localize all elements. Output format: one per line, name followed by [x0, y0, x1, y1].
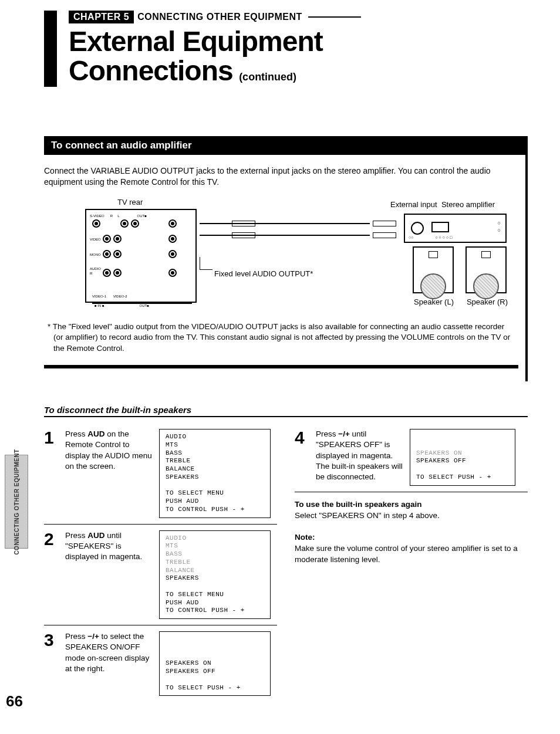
step-2: 2 Press AUD until "SPEAKERS" is displaye… — [44, 525, 277, 626]
osd-display: SPEAKERS ON SPEAKERS OFF TO SELECT PUSH … — [410, 429, 515, 486]
intro-text: Connect the VARIABLE AUDIO OUTPUT jacks … — [44, 165, 518, 188]
tv-rear-panel: S-VIDEO R L OUT■ VIDEO MONO AUDIOR VIDEO… — [85, 209, 197, 303]
section-body: Connect the VARIABLE AUDIO OUTPUT jacks … — [44, 155, 528, 381]
again-heading: To use the built-in speakers again — [295, 499, 528, 510]
osd-display: SPEAKERS ON SPEAKERS OFF TO SELECT PUSH … — [159, 631, 271, 696]
cable-plug — [373, 232, 396, 238]
subheading: To disconnect the built-in speakers — [44, 405, 528, 417]
fixed-output-label: Fixed level AUDIO OUTPUT* — [214, 269, 313, 279]
stereo-amplifier: ○○ ○○ ○ ○ ○ ○ □ — [404, 214, 507, 243]
speaker-r-label: Speaker (R) — [467, 297, 508, 307]
step-number: 4 — [295, 429, 310, 486]
connection-diagram: TV rear S-VIDEO R L OUT■ VIDEO MONO AUDI… — [85, 198, 518, 316]
speaker-l-label: Speaker (L) — [414, 297, 454, 307]
step-text: Press AUD on the Remote Control to displ… — [65, 429, 153, 518]
note-heading: Note: — [295, 532, 528, 543]
osd-display: AUDIO MTS BASS TREBLE BALANCE SPEAKERS T… — [159, 429, 271, 518]
steps-left-column: 1 Press AUD on the Remote Control to dis… — [44, 423, 277, 702]
divider — [44, 365, 518, 368]
page-number: 66 — [6, 692, 23, 711]
section-heading: To connect an audio amplifier — [44, 136, 528, 155]
external-input-label: External input — [390, 201, 437, 209]
step-1: 1 Press AUD on the Remote Control to dis… — [44, 423, 277, 525]
step-3: 3 Press −/+ to select the SPEAKERS ON/OF… — [44, 625, 277, 702]
title-bar — [44, 11, 57, 87]
again-text: Select "SPEAKERS ON" in step 4 above. — [295, 510, 528, 522]
cable — [200, 235, 370, 236]
title-line-2: Connections — [69, 55, 233, 86]
chapter-rule — [308, 16, 361, 18]
leader-line — [200, 257, 212, 270]
step-text: Press AUD until "SPEAKERS" is displayed … — [65, 530, 153, 620]
step-number: 2 — [44, 530, 59, 620]
note-text: Make sure the volume control of your ste… — [295, 543, 528, 566]
extra-instructions: To use the built-in speakers again Selec… — [295, 492, 528, 573]
continued: (continued) — [239, 71, 296, 83]
steps-right-column: 4 Press −/+ until "SPEAKERS OFF" is disp… — [295, 423, 528, 702]
cable — [200, 223, 370, 224]
step-text: Press −/+ to select the SPEAKERS ON/OFF … — [65, 631, 153, 696]
title-line-1: External Equipment — [69, 27, 528, 56]
step-4: 4 Press −/+ until "SPEAKERS OFF" is disp… — [295, 423, 528, 492]
title-block: CHAPTER 5 CONNECTING OTHER EQUIPMENT Ext… — [44, 11, 528, 86]
chapter-tag: CHAPTER 5 — [69, 11, 134, 23]
amp-label: Stereo amplifier — [441, 199, 495, 210]
step-text: Press −/+ until "SPEAKERS OFF" is displa… — [316, 429, 404, 486]
chapter-label: CONNECTING OTHER EQUIPMENT — [137, 12, 302, 22]
osd-display: AUDIO MTS BASS TREBLE BALANCE SPEAKERS T… — [159, 530, 271, 620]
footnote: * The "Fixed level" audio output from th… — [44, 322, 518, 355]
speaker-left — [413, 246, 454, 293]
speaker-right — [465, 246, 507, 293]
tv-rear-label: TV rear — [117, 197, 143, 208]
cable-plug — [373, 221, 396, 226]
step-number: 1 — [44, 429, 59, 518]
step-number: 3 — [44, 631, 59, 696]
